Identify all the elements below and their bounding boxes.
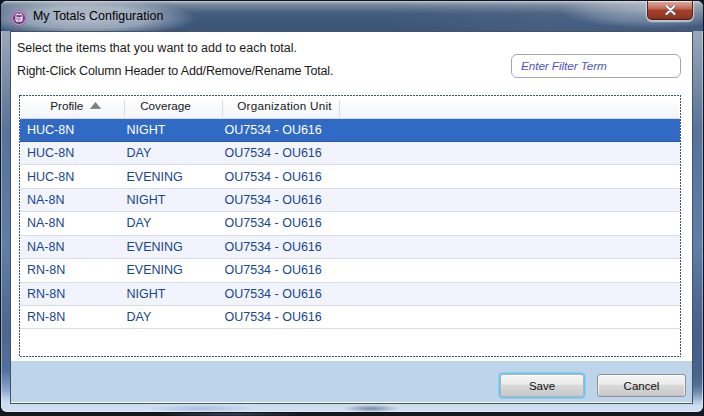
svg-text:28: 28 bbox=[16, 16, 23, 22]
